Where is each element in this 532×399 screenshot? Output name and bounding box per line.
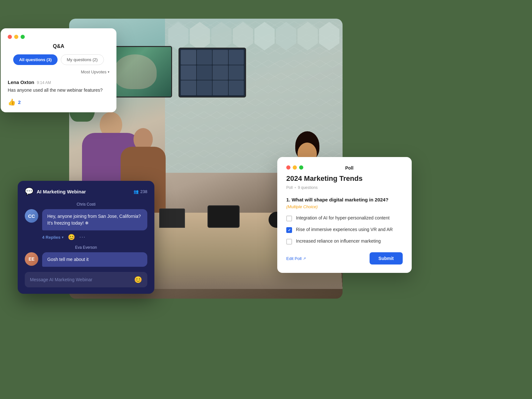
poll-maximize-button[interactable] — [299, 165, 303, 170]
minimize-button[interactable] — [14, 35, 18, 39]
tab-all-questions[interactable]: All questions (3) — [13, 54, 57, 65]
option-3-text: Increased reliance on influencer marketi… — [296, 238, 381, 245]
poll-close-button[interactable] — [286, 165, 290, 170]
question-text: What will shape digital marketing in 202… — [292, 197, 389, 202]
window-controls — [8, 35, 109, 39]
qa-panel: Q&A All questions (3) My questions (2) M… — [1, 28, 116, 112]
chat-header: 💬 AI Marketing Webinar 👥 238 — [25, 187, 147, 196]
option-2-text: Rise of immersive experiences using VR a… — [296, 227, 393, 233]
qa-question-item: Lena Oxton 9:14 AM Has anyone used all t… — [8, 79, 109, 106]
close-button[interactable] — [8, 35, 12, 39]
count-number: 238 — [140, 189, 147, 194]
chevron-down-icon: ▾ — [62, 236, 63, 239]
poll-title: 2024 Marketing Trends — [286, 174, 403, 183]
poll-option-2[interactable]: ✓ Rise of immersive experiences using VR… — [286, 227, 403, 233]
qa-title: Q&A — [8, 43, 109, 49]
poll-dot-separator — [295, 187, 296, 188]
checkbox-3[interactable] — [286, 239, 292, 245]
sort-label: Most Upvotes — [81, 70, 106, 74]
poll-window-title: Poll — [345, 165, 363, 171]
poll-questions-count: 9 questions — [298, 185, 317, 190]
poll-meta: Poll 9 questions — [286, 185, 403, 190]
chat-message-2: Eva Everson EE Gosh tell me about it — [25, 245, 147, 267]
chat-input-area: Message AI Marketing Webinar 😊 — [25, 272, 147, 287]
submit-button[interactable]: Submit — [370, 252, 403, 264]
qa-tabs: All questions (3) My questions (2) — [8, 54, 109, 65]
qa-upvote-area[interactable]: 👍 2 — [8, 98, 109, 106]
more-options-button[interactable]: ··· — [79, 234, 86, 240]
avatar-eva: EE — [25, 252, 38, 266]
poll-window-controls: Poll — [286, 165, 403, 171]
message-bubble-1: Hey, anyone joining from San Jose, Calif… — [42, 209, 147, 230]
emoji-reaction-button[interactable]: 😊 — [68, 234, 75, 241]
replies-label: 4 Replies — [42, 235, 60, 240]
poll-question-text: 1. What will shape digital marketing in … — [286, 196, 403, 203]
avatar-chris: CC — [25, 209, 38, 223]
message-2-sender-name: Eva Everson — [25, 245, 147, 250]
chat-panel: 💬 AI Marketing Webinar 👥 238 Chris Costi… — [18, 181, 154, 294]
checkbox-1[interactable] — [286, 216, 292, 221]
edit-poll-button[interactable]: Edit Poll ↗ — [286, 256, 306, 261]
poll-option-1[interactable]: Integration of AI for hyper-personalized… — [286, 215, 403, 221]
poll-footer: Edit Poll ↗ Submit — [286, 252, 403, 264]
poll-type-label: Poll — [286, 185, 293, 190]
replies-button[interactable]: 4 Replies ▾ — [42, 235, 63, 240]
poll-option-3[interactable]: Increased reliance on influencer marketi… — [286, 238, 403, 245]
emoji-input-button[interactable]: 😊 — [134, 276, 142, 283]
qa-sort: Most Upvotes ▾ — [8, 70, 109, 74]
qa-user-name: Lena Oxton — [8, 79, 34, 85]
message-1-actions: 4 Replies ▾ 😊 ··· — [25, 234, 147, 241]
qa-question-text: Has anyone used all the new webinar feat… — [8, 87, 109, 94]
poll-minimize-button[interactable] — [293, 165, 297, 170]
thumbs-up-icon: 👍 — [8, 98, 16, 106]
monitor-right — [179, 48, 246, 97]
edit-poll-label: Edit Poll — [286, 256, 302, 261]
maximize-button[interactable] — [21, 35, 25, 39]
question-number: 1. — [286, 197, 290, 202]
external-link-icon: ↗ — [303, 256, 306, 261]
tab-my-questions[interactable]: My questions (2) — [61, 54, 104, 65]
chat-input-placeholder: Message AI Marketing Webinar — [30, 277, 92, 282]
poll-question-type: (Multiple Choice) — [286, 204, 403, 209]
chat-bubble-icon: 💬 — [25, 187, 33, 196]
option-1-text: Integration of AI for hyper-personalized… — [296, 215, 390, 221]
poll-panel: Poll 2024 Marketing Trends Poll 9 questi… — [277, 157, 412, 273]
checkbox-2-checked[interactable]: ✓ — [286, 227, 292, 233]
message-bubble-2: Gosh tell me about it — [42, 252, 147, 267]
qa-timestamp: 9:14 AM — [37, 80, 51, 85]
people-icon: 👥 — [133, 189, 139, 194]
chat-title: AI Marketing Webinar — [37, 189, 86, 194]
upvote-count: 2 — [18, 99, 21, 105]
chat-participant-count: 👥 238 — [133, 189, 147, 194]
message-1-sender-name: Chris Costi — [25, 202, 147, 207]
chevron-down-icon: ▾ — [108, 70, 109, 74]
chat-header-left: 💬 AI Marketing Webinar — [25, 187, 86, 196]
chat-message-1: Chris Costi CC Hey, anyone joining from … — [25, 202, 147, 241]
